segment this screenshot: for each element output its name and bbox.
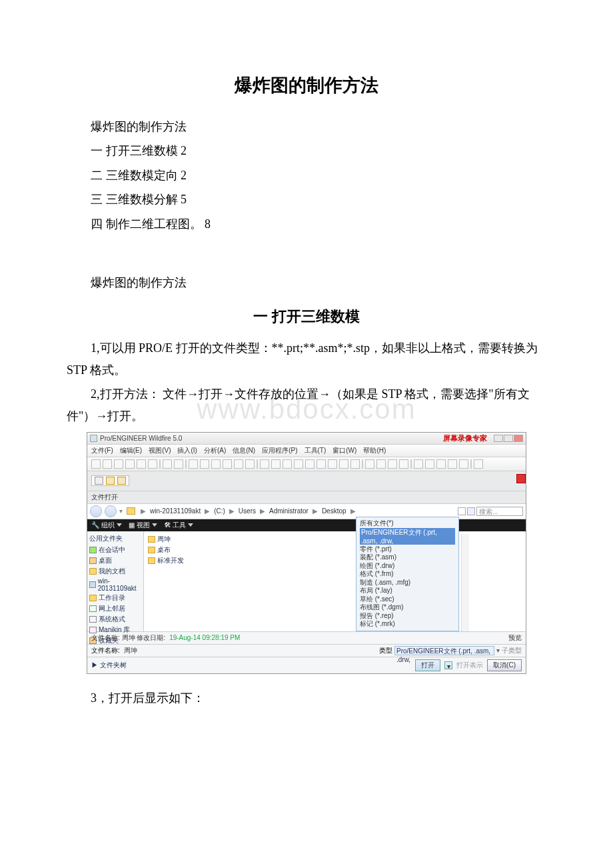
filetype-dropdown[interactable]: 所有文件(*) Pro/ENGINEER文件 (.prt, .asm, .drw… [356,517,459,631]
filetype-option[interactable]: 装配 (*.asm) [360,553,455,562]
toolbar-icon[interactable] [294,459,303,469]
filetype-option[interactable]: 格式 (*.frm) [360,570,455,579]
filetype-option[interactable]: 布局 (*.lay) [360,587,455,595]
toolbar-icon[interactable] [148,459,157,469]
open-dropdown-icon[interactable]: ▾ [444,661,452,669]
filetype-option[interactable]: 零件 (*.prt) [360,545,455,554]
toolbar-help-icon[interactable] [474,459,483,469]
filetype-option[interactable]: 绘图 (*.drw) [360,562,455,571]
menu-window[interactable]: 窗口(W) [332,446,356,455]
tab-icon[interactable] [106,477,115,485]
menu-apps[interactable]: 应用程序(P) [262,446,297,455]
toolbar-icon[interactable] [459,459,468,469]
refresh-icon[interactable] [467,507,475,515]
toolbar-icon[interactable] [223,459,232,469]
toolbar-icon[interactable] [305,459,314,469]
filetype-option[interactable]: 报告 (*.rep) [360,612,455,621]
sidebar-item[interactable]: 网上邻居 [89,603,141,614]
toolbar-icon[interactable] [448,459,457,469]
toolbar-icon[interactable] [103,459,112,469]
sidebar-item[interactable]: win-20131109akt [89,577,141,593]
toolbar-icon[interactable] [211,459,221,469]
toolbar-icon[interactable] [200,459,209,469]
toolbar-icon[interactable] [137,459,146,469]
nav-forward-icon[interactable] [105,505,117,517]
toolbar-icon[interactable] [174,459,183,469]
toolbar-icon[interactable] [114,459,123,469]
toolbar-icon[interactable] [388,459,397,469]
toolbar-icon[interactable] [189,459,198,469]
breadcrumb[interactable]: win-20131109akt [150,507,201,515]
toolbar-icon[interactable] [125,459,135,469]
toolbar-icon[interactable] [163,459,172,469]
toolbar-icon[interactable] [436,459,446,469]
preview-label[interactable]: 预览 [508,633,522,643]
sidebar-item[interactable]: 工作目录 [89,593,141,603]
filetype-option[interactable]: 草绘 (*.sec) [360,595,455,604]
toolbar-icon[interactable] [376,459,386,469]
toolbar-icon[interactable] [271,459,281,469]
tab-icon[interactable] [117,477,126,485]
history-dropdown-icon[interactable] [458,507,466,515]
scrollbar[interactable] [461,534,469,631]
minimize-button[interactable] [494,435,503,442]
toolbar-icon[interactable] [328,459,337,469]
file-list[interactable]: 周坤 桌布 标准开发 所有文件(*) Pro/ENGINEER文件 (.prt,… [144,531,526,631]
file-meta-label: 文件名称: 周坤 修改日期: [91,633,165,643]
menu-file[interactable]: 文件(F) [91,446,113,455]
filetype-option[interactable]: 布线图 (*.dgm) [360,603,455,612]
toolbar-icon[interactable] [350,459,360,469]
toolbar-icon[interactable] [234,459,243,469]
subtype-label: 子类型 [502,646,522,655]
sidebar-item[interactable]: 我的文档 [89,566,141,577]
breadcrumb[interactable]: (C:) [214,507,225,515]
toolbar-icon[interactable] [91,459,101,469]
toc-item-2: 二 三维数模定向 2 [67,165,546,186]
maximize-button[interactable] [504,435,513,442]
menu-info[interactable]: 信息(N) [233,446,255,455]
menu-insert[interactable]: 插入(I) [177,446,197,455]
filetype-option[interactable]: 制造 (.asm, .mfg) [360,579,455,587]
open-button[interactable]: 打开 [415,659,440,671]
toolbar-icon[interactable] [260,459,269,469]
close-button[interactable] [514,435,523,442]
recorder-badge: 屏幕录像专家 [443,433,487,443]
breadcrumb[interactable]: Administrator [269,507,308,515]
menu-help[interactable]: 帮助(H) [363,446,386,455]
menu-edit[interactable]: 编辑(E) [120,446,142,455]
toolbar-separator [159,459,161,469]
toolbar-icon[interactable] [414,459,423,469]
menu-view[interactable]: 视图(V) [149,446,171,455]
open-rep-button[interactable]: 打开表示 [456,661,483,670]
views-menu[interactable]: ▦ 视图 [129,521,157,530]
body-para-1: 1,可以用 PRO/E 打开的文件类型：**.prt;**.asm*;*.stp… [67,337,546,381]
toolbar-icon[interactable] [283,459,292,469]
toolbar-icon[interactable] [399,459,408,469]
filename-input[interactable]: 周坤 [124,646,357,655]
sidebar-item[interactable]: 在会话中 [89,545,141,555]
toolbar-icon[interactable] [339,459,348,469]
search-input[interactable]: 搜索... [476,507,523,516]
toolbar-icon[interactable] [365,459,374,469]
sidebar-item[interactable]: 桌面 [89,555,141,566]
cancel-button[interactable]: 取消(C) [487,659,522,671]
menu-tools[interactable]: 工具(T) [305,446,326,455]
toolbar-icon[interactable] [316,459,326,469]
organize-menu[interactable]: 🔧 组织 [91,521,122,530]
sidebar-item[interactable]: 系统格式 [89,614,141,625]
menu-analysis[interactable]: 分析(A) [204,446,226,455]
filetype-option[interactable]: 所有文件(*) [360,519,455,528]
filetype-option[interactable]: 标记 (*.mrk) [360,620,455,629]
breadcrumb[interactable]: Desktop [322,507,346,515]
sidebar-header: 公用文件夹 [89,534,141,543]
tab-icon[interactable] [95,477,103,485]
toolbar-icon[interactable] [245,459,255,469]
folder-tree-toggle[interactable]: ▶ 文件夹树 [91,661,127,670]
nav-back-icon[interactable] [90,505,102,517]
tools-menu[interactable]: 🛠 工具 [164,521,193,530]
toolbar-icon[interactable] [425,459,434,469]
breadcrumb[interactable]: Users [239,507,256,515]
type-combo[interactable]: Pro/ENGINEER文件 (.prt, .asm, .drw, [394,646,494,655]
side-close-icon[interactable] [516,474,526,483]
filetype-option-selected[interactable]: Pro/ENGINEER文件 (.prt, .asm, .drw, [360,528,455,545]
